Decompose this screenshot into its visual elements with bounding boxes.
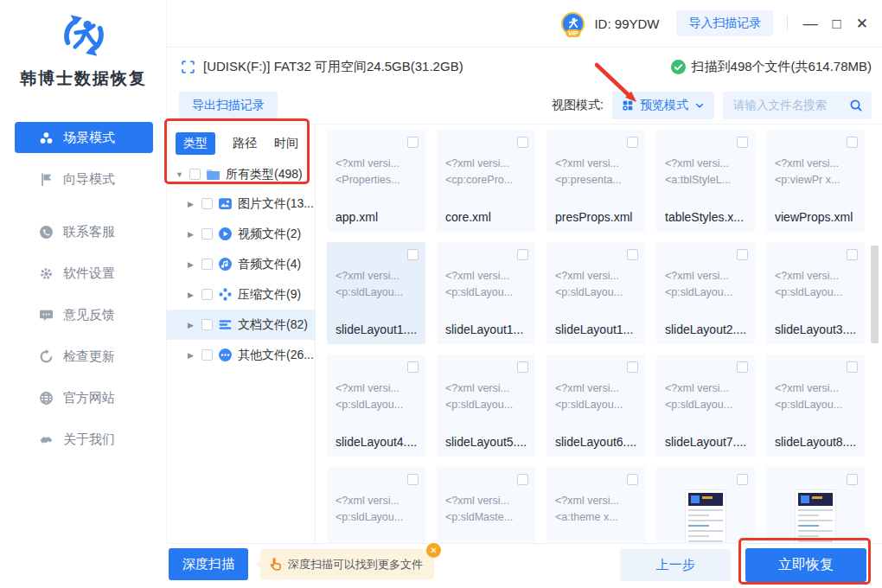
checkbox[interactable] xyxy=(627,249,638,260)
expand-arrow-icon[interactable] xyxy=(188,230,196,239)
checkbox[interactable] xyxy=(201,289,213,300)
export-scan-record-button[interactable]: 导出扫描记录 xyxy=(179,92,278,118)
file-preview-text: <?xml versi... <cp:corePro... xyxy=(445,156,529,189)
checkbox[interactable] xyxy=(847,249,858,260)
checkbox[interactable] xyxy=(201,228,213,240)
file-card[interactable]: <?xml versi... <p:sldLayou... slideLayou… xyxy=(766,242,865,344)
tab-time[interactable]: 时间 xyxy=(274,132,298,155)
tab-type[interactable]: 类型 xyxy=(176,132,215,155)
sidebar-item-scene[interactable]: 场景模式 xyxy=(15,122,153,153)
scrollbar-thumb[interactable] xyxy=(871,246,879,343)
checkbox[interactable] xyxy=(847,474,858,485)
tree-item-video[interactable]: 视频文件(2) xyxy=(167,219,315,249)
checkbox[interactable] xyxy=(407,474,419,485)
checkbox[interactable] xyxy=(737,249,748,260)
sidebar-item-wizard[interactable]: 向导模式 xyxy=(15,163,153,195)
scan-status: 扫描到498个文件(共614.78MB) xyxy=(671,59,872,75)
checkbox[interactable] xyxy=(201,349,213,361)
sidebar-item-about[interactable]: 关于我们 xyxy=(15,424,153,455)
checkbox[interactable] xyxy=(201,319,213,330)
checkbox[interactable] xyxy=(407,249,419,260)
search-input[interactable] xyxy=(732,98,844,112)
file-card[interactable] xyxy=(766,467,865,543)
sidebar-item-feedback[interactable]: 意见反馈 xyxy=(15,299,153,330)
file-card[interactable]: <?xml versi... <p:sldLayou... xyxy=(327,467,425,543)
checkbox[interactable] xyxy=(407,361,419,373)
file-preview-text: <?xml versi... <p:sldLayou... xyxy=(336,380,419,413)
checkbox[interactable] xyxy=(517,137,528,148)
sidebar-item-support[interactable]: 联系客服 xyxy=(15,216,153,247)
close-button[interactable]: ✕ xyxy=(856,16,868,31)
checkbox[interactable] xyxy=(517,474,528,485)
checkbox[interactable] xyxy=(737,361,748,373)
file-card[interactable]: <?xml versi... <p:sldMaste... xyxy=(437,467,535,543)
file-card[interactable]: <?xml versi... <p:viewPr x... viewProps.… xyxy=(766,130,865,232)
file-card[interactable]: <?xml versi... <cp:corePro... core.xml xyxy=(437,130,535,232)
expand-arrow-icon[interactable] xyxy=(188,291,196,299)
search-icon[interactable] xyxy=(849,99,863,112)
file-card[interactable]: <?xml versi... <p:sldLayou... slideLayou… xyxy=(327,355,425,457)
file-card[interactable]: <?xml versi... <p:sldLayou... slideLayou… xyxy=(656,355,755,457)
recover-now-button[interactable]: 立即恢复 xyxy=(745,548,866,582)
pointing-hand-icon xyxy=(268,557,283,572)
sidebar-item-icon xyxy=(39,225,54,240)
tree-item-doc[interactable]: 文档文件(82) xyxy=(167,310,315,340)
file-card[interactable]: <?xml versi... <p:sldLayou... slideLayou… xyxy=(546,242,645,344)
file-preview-text: <?xml versi... <a:tblStyleL... xyxy=(665,156,749,189)
file-card[interactable]: <?xml versi... <Properties... app.xml xyxy=(327,130,425,232)
minimize-button[interactable]: — xyxy=(802,16,817,31)
maximize-button[interactable]: □ xyxy=(832,16,840,31)
app-name: 韩博士数据恢复 xyxy=(0,67,167,90)
file-card[interactable]: <?xml versi... <p:sldLayou... slideLayou… xyxy=(437,242,535,344)
deep-scan-button[interactable]: 深度扫描 xyxy=(169,548,248,580)
tree-item-audio[interactable]: 音频文件(4) xyxy=(167,249,315,279)
checkbox[interactable] xyxy=(407,137,419,148)
file-preview-text: <?xml versi... <p:sldLayou... xyxy=(336,268,419,301)
file-preview-text: <?xml versi... <p:sldLayou... xyxy=(555,268,639,301)
import-scan-record-button[interactable]: 导入扫描记录 xyxy=(676,10,773,36)
file-card[interactable] xyxy=(656,467,755,543)
file-card[interactable]: <?xml versi... <p:presenta... presProps.… xyxy=(546,130,645,232)
footer: 深度扫描 深度扫描可以找到更多文件 ✕ 上一步 立即恢复 xyxy=(0,543,882,588)
checkbox[interactable] xyxy=(627,474,638,485)
file-card[interactable]: <?xml versi... <a:tblStyleL... tableStyl… xyxy=(656,130,755,232)
sidebar-item-website[interactable]: 官方网站 xyxy=(15,382,153,413)
expand-arrow-icon[interactable] xyxy=(188,321,196,329)
checkbox[interactable] xyxy=(627,361,638,373)
tree-item-label: 其他文件(26... xyxy=(238,348,314,363)
file-card[interactable]: <?xml versi... <p:sldLayou... slideLayou… xyxy=(656,242,755,344)
tip-close-icon[interactable]: ✕ xyxy=(426,543,441,558)
tab-path[interactable]: 路径 xyxy=(233,132,257,155)
expand-arrow-icon[interactable] xyxy=(188,351,196,360)
previous-step-button[interactable]: 上一步 xyxy=(620,549,731,581)
expand-arrow-icon[interactable] xyxy=(188,200,196,208)
file-card[interactable]: <?xml versi... <p:sldLayou... slideLayou… xyxy=(327,242,425,344)
checkbox[interactable] xyxy=(737,474,748,485)
file-preview-text: <?xml versi... <p:sldLayou... xyxy=(775,380,859,413)
checkbox[interactable] xyxy=(201,198,213,209)
sidebar-item-update[interactable]: 检查更新 xyxy=(15,341,153,372)
tree-item-zip[interactable]: 压缩文件(9) xyxy=(167,279,315,310)
checkbox[interactable] xyxy=(627,137,638,148)
tree-item-image[interactable]: 图片文件(13... xyxy=(167,189,315,219)
checkbox[interactable] xyxy=(517,361,528,373)
collapse-arrow-icon[interactable] xyxy=(176,170,184,179)
tree-item-all-types[interactable]: 所有类型(498) xyxy=(167,160,315,189)
titlebar-divider xyxy=(787,16,788,31)
checkbox[interactable] xyxy=(847,137,858,148)
checkbox[interactable] xyxy=(847,361,858,373)
checkbox[interactable] xyxy=(189,169,201,180)
file-card[interactable]: <?xml versi... <p:sldLayou... slideLayou… xyxy=(546,355,645,457)
file-card[interactable]: <?xml versi... <p:sldLayou... slideLayou… xyxy=(766,355,865,457)
file-card[interactable]: <?xml versi... <p:sldLayou... slideLayou… xyxy=(437,355,535,457)
file-type-icon xyxy=(218,196,233,211)
checkbox[interactable] xyxy=(201,259,213,270)
tree-item-other[interactable]: 其他文件(26... xyxy=(167,340,315,370)
checkbox[interactable] xyxy=(517,249,528,260)
expand-arrow-icon[interactable] xyxy=(188,260,196,269)
file-card[interactable]: <?xml versi... <a:theme x... xyxy=(546,467,645,543)
sidebar-item-settings[interactable]: 软件设置 xyxy=(15,258,153,289)
view-mode-dropdown[interactable]: 预览模式 xyxy=(612,92,714,119)
vip-avatar[interactable]: VIP xyxy=(561,12,585,35)
checkbox[interactable] xyxy=(737,137,748,148)
